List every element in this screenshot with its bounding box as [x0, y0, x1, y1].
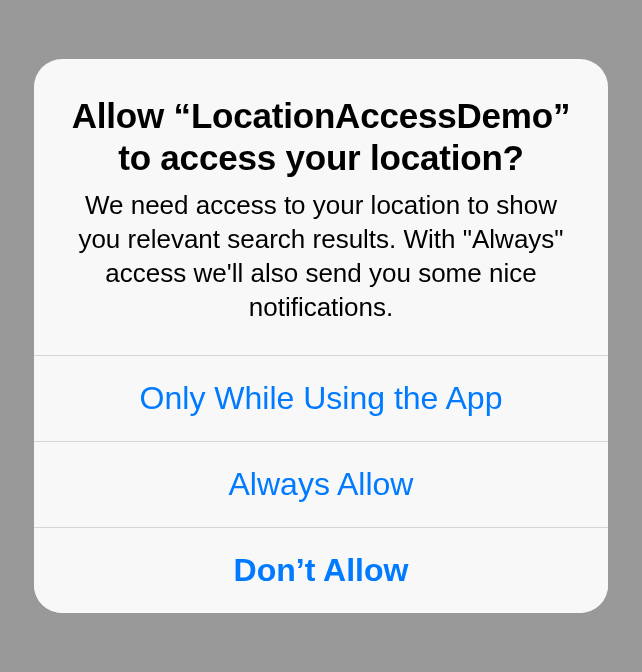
always-allow-button[interactable]: Always Allow [34, 441, 608, 527]
dont-allow-button[interactable]: Don’t Allow [34, 527, 608, 613]
alert-message: We need access to your location to show … [66, 189, 576, 324]
only-while-using-button[interactable]: Only While Using the App [34, 355, 608, 441]
alert-header: Allow “LocationAccessDemo” to access you… [34, 59, 608, 354]
permission-alert: Allow “LocationAccessDemo” to access you… [34, 59, 608, 612]
alert-title: Allow “LocationAccessDemo” to access you… [66, 95, 576, 179]
